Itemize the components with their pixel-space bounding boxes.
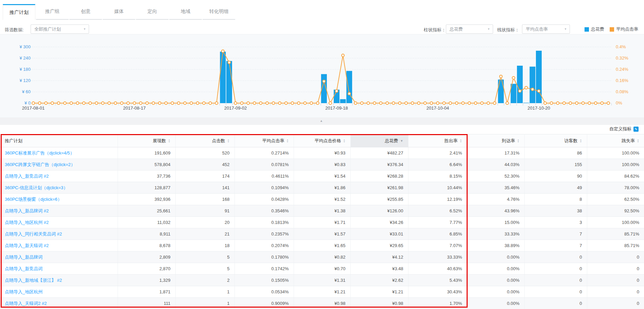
campaign-link[interactable]: 360PC标准展示广告（djclick=4/5） xyxy=(5,150,74,156)
campaign-link[interactable]: 点睛导入_新地域【浙江】 #2 xyxy=(5,278,62,283)
ctr-point[interactable] xyxy=(127,102,129,104)
campaign-link[interactable]: 点睛导入_同行相关竞品词 #2 xyxy=(5,231,62,237)
ctr-point[interactable] xyxy=(411,102,414,104)
ctr-point[interactable] xyxy=(215,102,218,104)
sort-desc-icon[interactable]: ▼ xyxy=(168,141,171,143)
ctr-point[interactable] xyxy=(405,102,407,104)
ctr-point[interactable] xyxy=(373,102,376,104)
campaign-link[interactable]: 点睛导入_地区杭州 xyxy=(5,289,42,294)
ctr-point[interactable] xyxy=(392,102,395,104)
sort-icons[interactable]: ▲▼ xyxy=(286,139,289,143)
ctr-point[interactable] xyxy=(38,102,41,104)
ctr-point[interactable] xyxy=(203,102,205,104)
tab-6[interactable]: 地域 xyxy=(169,4,202,20)
custom-metrics-button[interactable]: 自定义指标 ✎ xyxy=(609,126,639,132)
ctr-point[interactable] xyxy=(285,102,288,104)
ctr-point[interactable] xyxy=(164,102,167,104)
sort-desc-icon[interactable]: ▼ xyxy=(227,141,230,143)
column-header-3[interactable]: 点击数▲▼ xyxy=(175,134,234,147)
campaign-link[interactable]: 360PC-信息流计划（djclick=3） xyxy=(5,185,68,190)
ctr-point[interactable] xyxy=(95,102,98,104)
sort-desc-icon[interactable]: ▼ xyxy=(400,139,403,143)
sort-icons[interactable]: ▲▼ xyxy=(343,139,346,143)
ctr-point[interactable] xyxy=(70,102,73,104)
ctr-point[interactable] xyxy=(310,102,313,104)
campaign-link[interactable]: 点睛导入_地区杭州 #2 xyxy=(5,220,49,225)
campaign-link[interactable]: 点睛导入_新品牌词 #2 xyxy=(5,208,49,213)
tab-4[interactable]: 媒体 xyxy=(103,4,135,20)
ctr-point[interactable] xyxy=(76,102,79,104)
ctr-point[interactable] xyxy=(51,102,54,104)
ctr-point[interactable] xyxy=(380,102,382,104)
tab-7[interactable]: 转化明细 xyxy=(203,4,235,20)
ctr-point[interactable] xyxy=(32,102,35,104)
campaign-link[interactable]: 点睛导入_新品牌词 xyxy=(5,255,42,260)
ctr-point[interactable] xyxy=(354,102,357,104)
ctr-point[interactable] xyxy=(512,77,515,79)
ctr-point[interactable] xyxy=(519,90,521,93)
ctr-point[interactable] xyxy=(424,102,427,104)
sort-icons[interactable]: ▲▼ xyxy=(168,139,171,143)
sort-icons[interactable]: ▲▼ xyxy=(637,139,639,143)
ctr-point[interactable] xyxy=(171,102,174,104)
ctr-point[interactable] xyxy=(430,102,433,104)
ctr-point[interactable] xyxy=(247,102,249,104)
spend-bar[interactable] xyxy=(517,66,523,103)
ctr-point[interactable] xyxy=(348,92,351,95)
tab-2[interactable]: 推广组 xyxy=(36,4,69,20)
ctr-point[interactable] xyxy=(329,102,332,104)
ctr-point[interactable] xyxy=(506,102,509,104)
spend-bar[interactable] xyxy=(220,52,226,103)
ctr-point[interactable] xyxy=(234,102,237,104)
ctr-point[interactable] xyxy=(455,102,458,104)
ctr-point[interactable] xyxy=(102,102,104,104)
column-header-9[interactable]: 访客数▲▼ xyxy=(524,134,587,147)
ctr-point[interactable] xyxy=(152,102,155,104)
ctr-point[interactable] xyxy=(177,102,180,104)
ctr-point[interactable] xyxy=(196,102,199,104)
ctr-point[interactable] xyxy=(582,102,585,104)
campaign-link[interactable]: 360PC跨屏文字链广告（djclick=2） xyxy=(5,162,75,167)
ctr-point[interactable] xyxy=(544,102,546,104)
spend-bar[interactable] xyxy=(498,80,504,103)
ctr-point[interactable] xyxy=(316,102,319,104)
ctr-point[interactable] xyxy=(594,102,597,104)
ctr-point[interactable] xyxy=(291,102,294,104)
ctr-point[interactable] xyxy=(550,102,553,104)
ctr-point[interactable] xyxy=(146,102,149,104)
ctr-point[interactable] xyxy=(184,102,186,104)
ctr-point[interactable] xyxy=(83,102,85,104)
spend-bar[interactable] xyxy=(523,103,529,103)
spend-bar[interactable] xyxy=(346,71,352,103)
ctr-point[interactable] xyxy=(462,102,464,104)
ctr-point[interactable] xyxy=(481,102,483,104)
ctr-point[interactable] xyxy=(607,102,610,104)
ctr-point[interactable] xyxy=(297,102,300,104)
column-header-8[interactable]: 到达率▲▼ xyxy=(467,134,524,147)
sort-icons[interactable]: ▲▼ xyxy=(227,139,230,143)
ctr-point[interactable] xyxy=(323,80,325,83)
ctr-point[interactable] xyxy=(556,102,559,104)
ctr-point[interactable] xyxy=(335,90,338,93)
ctr-point[interactable] xyxy=(57,102,60,104)
sort-icons[interactable]: ▲▼ xyxy=(580,139,582,143)
ctr-point[interactable] xyxy=(89,102,91,104)
tab-1[interactable]: 推广计划 xyxy=(3,4,35,20)
column-header-2[interactable]: 展现数▲▼ xyxy=(118,134,175,147)
sort-desc-icon[interactable]: ▼ xyxy=(517,141,520,143)
ctr-point[interactable] xyxy=(266,102,268,104)
sort-icons[interactable]: ▲▼ xyxy=(517,139,520,143)
sort-desc-icon[interactable]: ▼ xyxy=(637,141,639,143)
ctr-point[interactable] xyxy=(158,102,161,104)
ctr-point[interactable] xyxy=(569,102,572,104)
ctr-point[interactable] xyxy=(342,54,344,57)
ctr-point[interactable] xyxy=(209,102,212,104)
ctr-point[interactable] xyxy=(525,86,527,89)
ctr-point[interactable] xyxy=(259,102,262,104)
sort-icons[interactable]: ▲▼ xyxy=(460,139,462,143)
ctr-point[interactable] xyxy=(278,102,281,104)
sort-desc-icon[interactable]: ▼ xyxy=(580,141,582,143)
column-header-7[interactable]: 胜出率▲▼ xyxy=(408,134,467,147)
sort-desc-icon[interactable]: ▼ xyxy=(286,141,289,143)
ctr-point[interactable] xyxy=(500,75,502,78)
